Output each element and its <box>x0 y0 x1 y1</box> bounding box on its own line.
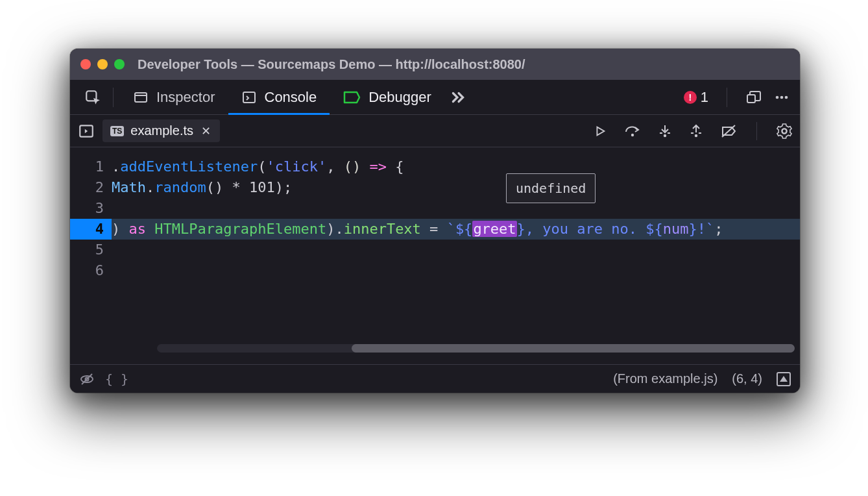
svg-point-6 <box>780 95 784 99</box>
panel-tabs: Inspector Console Debugger <box>79 80 472 114</box>
kebab-menu-button[interactable] <box>774 90 790 105</box>
more-tabs-button[interactable] <box>444 80 472 114</box>
svg-point-5 <box>776 95 779 99</box>
step-over-button[interactable] <box>624 124 641 138</box>
code-line: ) as HTMLParagraphElement).innerText = `… <box>112 219 800 240</box>
element-picker-icon <box>84 89 101 106</box>
dock-mode-button[interactable] <box>745 90 762 105</box>
chevron-double-right-icon <box>450 89 466 106</box>
window-minimize-button[interactable] <box>97 59 108 69</box>
svg-rect-4 <box>747 95 755 103</box>
error-icon <box>684 91 697 104</box>
separator <box>727 88 727 107</box>
sourcemap-origin: (From example.js) <box>613 371 717 386</box>
tab-inspector[interactable]: Inspector <box>120 80 228 114</box>
toolbar-right: 1 <box>684 88 793 107</box>
ts-badge: TS <box>110 126 124 136</box>
tab-debugger-label: Debugger <box>368 89 431 106</box>
source-editor[interactable]: 1 2 3 4 5 6 .addEventListener('click', (… <box>70 147 800 364</box>
debugger-icon <box>343 90 361 105</box>
tab-console[interactable]: Console <box>228 80 330 114</box>
blackbox-icon[interactable] <box>79 371 95 387</box>
code-line <box>112 198 800 219</box>
code-line <box>112 240 800 260</box>
status-bar: { } (From example.js) (6, 4) <box>70 364 800 393</box>
scrollbar-thumb[interactable] <box>352 344 795 353</box>
error-count-badge[interactable]: 1 <box>684 89 708 106</box>
window-maximize-button[interactable] <box>114 59 125 69</box>
debugger-settings-button[interactable] <box>777 123 792 139</box>
titlebar: Developer Tools — Sourcemaps Demo — http… <box>70 49 800 80</box>
window-title: Developer Tools — Sourcemaps Demo — http… <box>138 57 790 72</box>
line-number: 3 <box>70 198 104 219</box>
svg-point-12 <box>782 129 786 132</box>
line-number: 6 <box>70 260 104 281</box>
code-area[interactable]: .addEventListener('click', () => { Math.… <box>112 147 800 364</box>
debugger-subbar: TS example.ts ✕ <box>70 115 800 147</box>
subbar-left: TS example.ts ✕ <box>78 119 220 142</box>
file-tab-label: example.ts <box>130 123 193 138</box>
step-in-button[interactable] <box>658 123 672 139</box>
element-picker-button[interactable] <box>79 80 106 114</box>
svg-point-10 <box>664 134 666 136</box>
debug-controls <box>593 122 792 140</box>
separator <box>113 88 114 107</box>
console-icon <box>241 90 257 105</box>
window-close-button[interactable] <box>80 59 91 69</box>
resume-button[interactable] <box>593 124 607 138</box>
horizontal-scrollbar[interactable] <box>157 344 795 353</box>
sourcemap-icon[interactable] <box>777 372 791 386</box>
line-number: 1 <box>70 156 104 177</box>
code-line: Math.random() * 101); <box>112 177 800 198</box>
line-number: 5 <box>70 240 104 260</box>
svg-point-9 <box>631 133 634 136</box>
line-number: 4 <box>70 219 104 240</box>
close-tab-button[interactable]: ✕ <box>200 124 212 138</box>
sources-toggle-button[interactable] <box>78 123 95 140</box>
deactivate-breakpoints-button[interactable] <box>720 124 737 138</box>
step-out-button[interactable] <box>689 123 703 139</box>
tab-debugger[interactable]: Debugger <box>330 80 444 114</box>
code-line <box>112 260 800 281</box>
tab-inspector-label: Inspector <box>156 89 215 106</box>
tab-console-label: Console <box>265 89 317 106</box>
svg-rect-2 <box>243 92 255 103</box>
svg-rect-1 <box>135 93 147 102</box>
svg-point-11 <box>695 134 697 136</box>
file-tab-example-ts[interactable]: TS example.ts ✕ <box>102 119 220 142</box>
traffic-lights <box>80 59 125 69</box>
pretty-print-button[interactable]: { } <box>105 371 128 387</box>
line-number: 2 <box>70 177 104 198</box>
panel-toolbar: Inspector Console Debugger <box>70 80 800 115</box>
code-line: .addEventListener('click', () => { <box>112 156 800 177</box>
cursor-position: (6, 4) <box>732 371 762 386</box>
status-right: (From example.js) (6, 4) <box>613 371 791 386</box>
error-count: 1 <box>701 89 708 106</box>
line-gutter: 1 2 3 4 5 6 <box>70 147 112 364</box>
separator <box>756 122 757 140</box>
svg-point-7 <box>785 95 788 99</box>
devtools-window: Developer Tools — Sourcemaps Demo — http… <box>70 49 800 393</box>
inspector-icon <box>133 90 149 105</box>
hovered-token-greet[interactable]: greet <box>472 221 516 237</box>
